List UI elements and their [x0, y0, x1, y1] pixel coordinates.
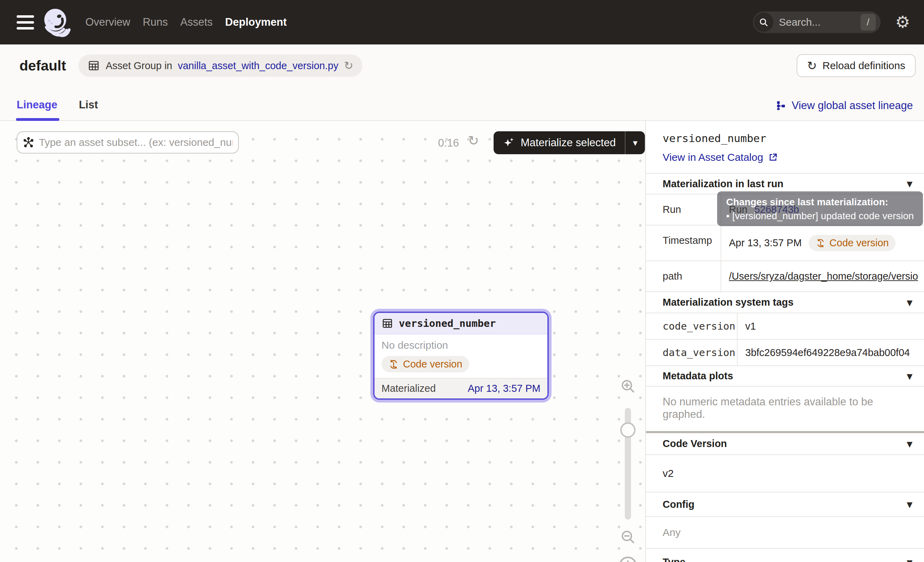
view-tabs: Lineage List View global asset lineage [0, 87, 924, 121]
materialize-dropdown-caret[interactable]: ▾ [625, 131, 645, 154]
code-version-badge[interactable]: Code version [381, 356, 469, 372]
nav-item-overview[interactable]: Overview [86, 16, 130, 29]
section-title: Code Version [663, 438, 727, 449]
section-title: Config [663, 499, 694, 510]
section-type[interactable]: Type ▾ [646, 549, 924, 562]
refresh-timer: 0:16 [438, 137, 459, 149]
dagster-logo-icon[interactable] [40, 6, 72, 38]
table-row-timestamp: Timestamp Apr 13, 3:57 PM Code version [646, 225, 924, 261]
config-value: Any [646, 517, 924, 549]
chevron-down-icon[interactable]: ▾ [907, 179, 912, 189]
row-label: path [646, 261, 721, 292]
section-title: Materialization system tags [663, 297, 794, 308]
code-version-changed-icon [388, 359, 399, 370]
catalog-link-label: View in Asset Catalog [663, 152, 763, 163]
materialized-timestamp-link[interactable]: Apr 13, 3:57 PM [468, 383, 540, 394]
code-version-value: v2 [646, 455, 924, 493]
page-title: default [20, 58, 66, 74]
code-version-badge-label: Code version [403, 358, 462, 370]
main-content: 0:16 ↻ Materialize selected ▾ [0, 121, 924, 562]
search-shortcut-badge: / [861, 14, 876, 30]
refresh-icon: ↻ [807, 60, 817, 72]
chevron-down-icon[interactable]: ▾ [907, 499, 912, 509]
row-label: data_version [646, 340, 738, 365]
page-header: default Asset Group in vanilla_asset_wit… [0, 45, 924, 87]
refresh-icon[interactable]: ↻ [468, 134, 479, 147]
materialize-selected-button[interactable]: Materialize selected ▾ [494, 131, 645, 154]
view-in-asset-catalog-link[interactable]: View in Asset Catalog [663, 152, 778, 163]
zoom-controls [616, 378, 640, 562]
external-link-icon [768, 152, 778, 162]
code-version-badge[interactable]: Code version [809, 235, 896, 251]
gear-icon[interactable]: ⚙ [895, 14, 910, 30]
reload-definitions-button[interactable]: ↻ Reload definitions [796, 54, 916, 77]
section-metadata-plots[interactable]: Metadata plots ▾ [646, 366, 924, 386]
row-label: Timestamp [646, 225, 721, 260]
global-lineage-label: View global asset lineage [792, 99, 913, 112]
changes-tooltip: Changes since last materialization: • [v… [717, 191, 923, 226]
section-title: Type [663, 556, 686, 562]
timestamp-value: Apr 13, 3:57 PM [729, 237, 802, 249]
view-global-asset-lineage-link[interactable]: View global asset lineage [776, 99, 913, 120]
tooltip-title: Changes since last materialization: [726, 197, 914, 208]
asset-node-footer: Materialized Apr 13, 3:57 PM [375, 378, 548, 398]
asset-node-title: versioned_number [399, 317, 496, 329]
dagster-app: Overview Runs Assets Deployment / ⚙ defa… [0, 0, 924, 562]
materialize-label: Materialize selected [520, 137, 616, 149]
table-row-data-version: data_version 3bfc269594ef649228e9a74bab0… [646, 340, 924, 366]
nav-item-assets[interactable]: Assets [180, 16, 213, 29]
zoom-slider[interactable] [625, 408, 631, 520]
materialized-status-label: Materialized [381, 383, 436, 394]
nav-item-runs[interactable]: Runs [142, 16, 168, 29]
path-value-link[interactable]: /Users/sryza/dagster_home/storage/versio [729, 270, 918, 282]
asset-group-file-link[interactable]: vanilla_asset_with_code_version.py [178, 60, 338, 72]
asset-node-header: versioned_number [375, 313, 548, 335]
lineage-graph-icon [776, 101, 786, 111]
search-icon [754, 12, 773, 32]
zoom-slider-handle[interactable] [620, 422, 636, 438]
asset-node-body: No description Code version [375, 335, 548, 378]
section-title: Materialization in last run [663, 178, 783, 190]
table-grid-icon [381, 317, 393, 329]
row-label: code_version [646, 313, 738, 339]
table-grid-icon [87, 59, 100, 72]
asset-group-prefix: Asset Group in [105, 60, 172, 72]
zoom-in-icon[interactable] [620, 378, 636, 395]
tab-list[interactable]: List [79, 99, 98, 120]
sparkle-icon [502, 137, 515, 149]
asset-group-breadcrumb: Asset Group in vanilla_asset_with_code_v… [78, 54, 362, 77]
hamburger-menu-icon[interactable] [16, 15, 34, 30]
tooltip-item: • [versioned_number] updated code versio… [726, 210, 914, 222]
panel-header: versioned_number View in Asset Catalog [646, 121, 924, 174]
section-materialization-system-tags[interactable]: Materialization system tags ▾ [646, 292, 924, 313]
code-version-badge-label: Code version [830, 237, 889, 249]
download-view-icon[interactable] [618, 556, 638, 562]
refresh-icon[interactable]: ↻ [344, 60, 353, 71]
panel-asset-title: versioned_number [663, 132, 924, 144]
table-row-code-version: code_version v1 [646, 313, 924, 340]
chevron-down-icon[interactable]: ▾ [907, 371, 912, 382]
chevron-down-icon[interactable]: ▾ [907, 439, 912, 449]
metadata-plots-empty-message: No numeric metadata entries available to… [646, 386, 924, 433]
reload-definitions-label: Reload definitions [823, 60, 906, 72]
chevron-down-icon[interactable]: ▾ [907, 298, 912, 308]
section-config[interactable]: Config ▾ [646, 493, 924, 517]
section-code-version[interactable]: Code Version ▾ [646, 433, 924, 455]
nav-item-deployment[interactable]: Deployment [225, 16, 287, 29]
tab-lineage[interactable]: Lineage [16, 99, 57, 120]
asset-subset-input[interactable] [39, 137, 232, 148]
main-nav: Overview Runs Assets Deployment [86, 16, 287, 29]
global-search[interactable]: / [753, 12, 880, 33]
zoom-out-icon[interactable] [620, 529, 636, 545]
search-input[interactable] [773, 17, 861, 28]
top-navbar: Overview Runs Assets Deployment / ⚙ [0, 0, 924, 45]
table-row-path: path /Users/sryza/dagster_home/storage/v… [646, 261, 924, 292]
tag-value: v1 [745, 321, 756, 332]
asset-node-description: No description [381, 340, 540, 351]
code-version-changed-icon [816, 238, 825, 248]
chevron-down-icon[interactable]: ▾ [907, 557, 912, 562]
asset-subset-filter[interactable] [16, 131, 239, 153]
asset-lineage-canvas[interactable]: 0:16 ↻ Materialize selected ▾ [0, 121, 646, 562]
row-label: Run [646, 194, 721, 225]
asset-node-versioned-number[interactable]: versioned_number No description Code ver… [373, 311, 549, 400]
